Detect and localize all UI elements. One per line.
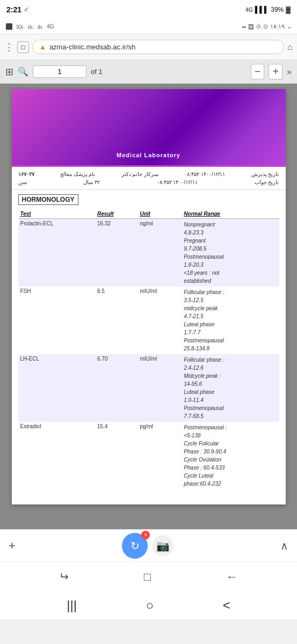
navigation-bar: ↵ □ ← xyxy=(0,561,297,591)
unit-cell: ng/ml xyxy=(137,219,182,287)
result-value-cell: 15.4 xyxy=(95,422,137,489)
home-bar-menu-icon[interactable]: ||| xyxy=(67,598,77,613)
date-value-1: ۱۴۰۰/۱۲/۱۱ ۰۸:۴۵۲ xyxy=(184,171,225,177)
col-result: Result xyxy=(95,209,137,219)
pdf-more-options-button[interactable]: » xyxy=(287,67,292,77)
lab-title: Medical Laboratory xyxy=(117,152,180,158)
date-label-2: تاریخ جواب xyxy=(255,179,279,185)
nav-back-special-icon[interactable]: ↵ xyxy=(59,570,69,584)
table-row: FSH6.5mIU/mlFollicular phase : 3.5-12.5 … xyxy=(18,287,279,354)
age-label: سن xyxy=(18,179,27,185)
browser-bottom-bar: + ↻ × 📷 ∧ xyxy=(0,529,297,561)
doctor-value: سرکار خانم دکتر xyxy=(121,171,159,177)
status-indicators: 4G ▌▌▌ 39% ▓ xyxy=(245,6,291,13)
notification-bar: ⬛ Xλ· ılı. ılı. 4G •• 🖼 ⊙ ⊙ ۱۸:۱۹ ⌄ xyxy=(0,19,297,34)
circle-icon-1: ⊙ xyxy=(256,23,261,30)
normal-range-cell: Postmenopausal : <5-138 Cycle Folicular … xyxy=(182,422,279,489)
unit-cell: mIU/ml xyxy=(137,354,182,422)
test-name-cell: Prolactin-ECL xyxy=(18,219,96,287)
section-title-hormonology: HORMONOLOGY xyxy=(18,194,78,205)
signal-icon-2: ılı. xyxy=(38,24,44,30)
patient-info-section: تاریخ پذیرش ۱۴۰۰/۱۲/۱۱ ۰۸:۴۵۲ سرکار خانم… xyxy=(12,167,286,190)
status-check-icon: ✓ xyxy=(24,6,29,13)
reload-fab-button[interactable]: ↻ × xyxy=(122,533,148,559)
browser-bar[interactable]: ⋮ □ ▲ azma-clinic.medsab.ac.ir/sh ⌂ xyxy=(0,34,297,60)
unit-cell: mIU/ml xyxy=(137,287,182,354)
camera-icon: 📷 xyxy=(156,539,170,552)
col-normal-range: Normal Range xyxy=(182,209,279,219)
doctor-name-label: نام پزشک معالج xyxy=(60,171,96,177)
normal-range-cell: Follicular phase : 3.5-12.5 midcycle pea… xyxy=(182,287,279,354)
status-time-area: 2:21 ✓ xyxy=(6,5,29,14)
col-test: Test xyxy=(18,209,96,219)
signal-icon-1: ılı. xyxy=(28,24,34,30)
url-bar[interactable]: ▲ azma-clinic.medsab.ac.ir/sh xyxy=(32,40,284,54)
tab-switcher-button[interactable]: □ xyxy=(17,41,29,53)
pdf-search-button[interactable]: 🔍 xyxy=(18,67,28,77)
square-icon: ⬛ xyxy=(5,23,13,30)
pdf-toolbar: ⊞ 🔍 of 1 − + » xyxy=(0,60,297,84)
status-bar: 2:21 ✓ 4G ▌▌▌ 39% ▓ xyxy=(0,0,297,19)
result-value-cell: 6.70 xyxy=(95,354,137,422)
lab-results-section: HORMONOLOGY Test Result Unit Normal Rang… xyxy=(12,190,286,494)
test-name-cell: Estradiol xyxy=(18,422,96,489)
scroll-up-button[interactable]: ∧ xyxy=(280,539,288,552)
url-text[interactable]: azma-clinic.medsab.ac.ir/sh xyxy=(49,43,135,51)
add-tab-button[interactable]: + xyxy=(9,539,16,553)
test-name-cell: FSH xyxy=(18,287,96,354)
camera-button[interactable]: 📷 xyxy=(152,535,173,557)
pdf-sidebar-toggle-button[interactable]: ⊞ xyxy=(5,66,13,78)
patient-row-1: تاریخ پذیرش ۱۴۰۰/۱۲/۱۱ ۰۸:۴۵۲ سرکار خانم… xyxy=(18,170,279,178)
tab-count-icon: □ xyxy=(21,43,25,51)
time-display: 2:21 xyxy=(6,5,21,14)
notif-left-icons: ⬛ Xλ· ılı. ılı. 4G xyxy=(5,23,54,30)
pdf-content-area: Medical Laboratory تاریخ پذیرش ۱۴۰۰/۱۲/۱… xyxy=(0,84,297,529)
table-header-row: Test Result Unit Normal Range xyxy=(18,209,279,219)
normal-range-cell: Nonpregnant 4.8-23.3 Pregnant 9.7-208.5 … xyxy=(182,219,279,287)
age-value: ۳۲ سال xyxy=(83,179,100,185)
code-id: ۱۶۷۰۲۷ xyxy=(18,171,34,177)
notif-time: ۱۸:۱۹ xyxy=(270,23,285,30)
close-x-icon: × xyxy=(144,532,148,538)
result-value-cell: 6.5 xyxy=(95,287,137,354)
home-bar-back-icon[interactable]: < xyxy=(223,598,230,613)
battery-percent: 39% xyxy=(271,6,284,13)
home-bar: ||| ○ < xyxy=(0,591,297,619)
table-row: Prolactin-ECL16.32ng/mlNonpregnant 4.8-2… xyxy=(18,219,279,287)
home-icon[interactable]: ⌂ xyxy=(287,42,293,52)
signal-bars-icon: ▌▌▌ xyxy=(255,6,269,13)
table-row: Estradiol15.4pg/mlPostmenopausal : <5-13… xyxy=(18,422,279,489)
image-icon: 🖼 xyxy=(248,24,254,30)
home-bar-home-icon[interactable]: ○ xyxy=(146,598,154,613)
result-value-cell: 16.32 xyxy=(95,219,137,287)
notif-right-area: •• 🖼 ⊙ ⊙ ۱۸:۱۹ ⌄ xyxy=(242,23,292,30)
security-warning-icon: ▲ xyxy=(39,43,46,51)
chevron-down-icon: ⌄ xyxy=(287,23,292,30)
pdf-page: Medical Laboratory تاریخ پذیرش ۱۴۰۰/۱۲/۱… xyxy=(12,89,286,504)
col-unit: Unit xyxy=(137,209,182,219)
patient-row-2: تاریخ جواب ۱۴۰۰/۱۲/۱۱ ۰۸:۴۵۲ ۳۲ سال سن xyxy=(18,178,279,186)
date-value-2: ۱۴۰۰/۱۲/۱۱ ۰۸:۴۵۲ xyxy=(157,179,198,185)
signal-4g-icon: 4G xyxy=(245,7,252,13)
table-row: LH-ECL6.70mIU/mlFollicular phase : 2.4-1… xyxy=(18,354,279,422)
unit-cell: pg/ml xyxy=(137,422,182,489)
normal-range-cell: Follicular phase : 2.4-12.6 Midcycle pea… xyxy=(182,354,279,422)
4g-notif-icon: 4G xyxy=(47,24,54,30)
circle-icon-2: ⊙ xyxy=(263,23,268,30)
pdf-page-input[interactable] xyxy=(33,65,86,78)
lab-header-image: Medical Laboratory xyxy=(12,89,286,167)
nav-square-icon[interactable]: □ xyxy=(144,570,151,584)
test-name-cell: LH-ECL xyxy=(18,354,96,422)
battery-icon: ▓ xyxy=(286,6,291,13)
pdf-zoom-out-button[interactable]: − xyxy=(251,64,265,79)
browser-menu-icon[interactable]: ⋮ xyxy=(4,41,14,53)
doctor-label: تاریخ پذیرش xyxy=(251,171,279,177)
pdf-zoom-in-button[interactable]: + xyxy=(269,64,282,79)
app-label: Xλ· xyxy=(16,24,25,30)
fab-close-icon[interactable]: × xyxy=(141,531,150,539)
results-table: Test Result Unit Normal Range Prolactin-… xyxy=(18,209,279,489)
reload-icon: ↻ xyxy=(131,539,140,552)
nav-back-icon[interactable]: ← xyxy=(226,570,238,584)
dots-icon: •• xyxy=(242,24,246,30)
pdf-page-of-label: of 1 xyxy=(91,68,103,76)
